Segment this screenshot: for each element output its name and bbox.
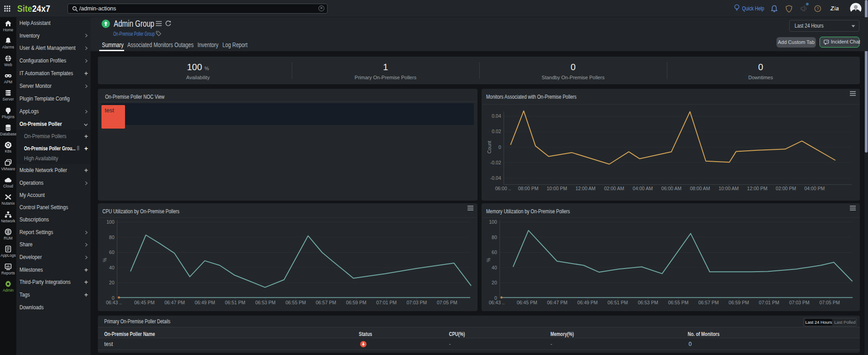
svg-text:06:49 PM: 06:49 PM <box>195 300 215 305</box>
svg-text:07:05 PM: 07:05 PM <box>820 300 840 305</box>
svg-text:06:53 PM: 06:53 PM <box>255 300 275 305</box>
svg-text:12:00 PM: 12:00 PM <box>747 186 767 191</box>
svg-text:?: ? <box>816 6 819 11</box>
svg-text:-0.02: -0.02 <box>490 160 501 165</box>
svg-text:04:00 AM: 04:00 AM <box>633 186 653 191</box>
svg-text:Count: Count <box>487 141 492 154</box>
svg-text:100: 100 <box>489 219 497 225</box>
svg-text:06:47 PM: 06:47 PM <box>164 300 185 305</box>
svg-text:07:05 PM: 07:05 PM <box>437 300 457 305</box>
svg-text:10:00 AM: 10:00 AM <box>719 186 738 191</box>
svg-text:20: 20 <box>492 280 497 285</box>
svg-text:06:51 PM: 06:51 PM <box>608 300 628 305</box>
svg-text:100: 100 <box>106 219 115 225</box>
svg-text:07:01 PM: 07:01 PM <box>759 300 779 305</box>
svg-text:06:59 PM: 06:59 PM <box>346 300 366 305</box>
svg-text:10:00 PM: 10:00 PM <box>547 186 567 191</box>
svg-text:02:00 PM: 02:00 PM <box>776 186 796 191</box>
svg-text:%: % <box>102 258 107 262</box>
svg-text:06:59 PM: 06:59 PM <box>728 300 749 305</box>
svg-text:06:49 PM: 06:49 PM <box>577 300 598 305</box>
svg-text:08:00 AM: 08:00 AM <box>690 186 710 191</box>
svg-text:06:57 PM: 06:57 PM <box>699 300 719 305</box>
svg-text:06:00 AM: 06:00 AM <box>661 186 681 191</box>
svg-text:40: 40 <box>492 265 497 270</box>
svg-text:06:43 ..: 06:43 .. <box>106 300 122 305</box>
svg-text:12:00 AM: 12:00 AM <box>575 186 595 191</box>
svg-text:06:45 PM: 06:45 PM <box>134 300 154 305</box>
svg-text:07:03 PM: 07:03 PM <box>406 300 427 305</box>
svg-text:%: % <box>486 258 491 262</box>
svg-text:0: 0 <box>498 144 501 150</box>
svg-text:08:00 PM: 08:00 PM <box>518 186 539 191</box>
svg-text:80: 80 <box>109 235 115 240</box>
svg-text:0.04: 0.04 <box>492 113 502 119</box>
svg-text:07:01 PM: 07:01 PM <box>376 300 397 305</box>
svg-text:06:00 ..: 06:00 .. <box>495 186 511 191</box>
svg-text:20: 20 <box>109 280 115 285</box>
svg-text:06:51 PM: 06:51 PM <box>225 300 246 305</box>
svg-text:06:53 PM: 06:53 PM <box>638 300 658 305</box>
svg-text:0.02: 0.02 <box>492 129 502 134</box>
svg-text:07:03 PM: 07:03 PM <box>789 300 810 305</box>
svg-text:06:47 PM: 06:47 PM <box>547 300 568 305</box>
svg-text:-0.04: -0.04 <box>490 175 501 181</box>
svg-text:60: 60 <box>492 249 497 255</box>
svg-text:04:00 PM: 04:00 PM <box>805 186 825 191</box>
svg-text:40: 40 <box>109 265 115 270</box>
svg-text:06:43 ..: 06:43 .. <box>489 300 505 305</box>
svg-text:06:55 PM: 06:55 PM <box>668 300 689 305</box>
svg-text:60: 60 <box>109 249 115 255</box>
svg-text:80: 80 <box>492 235 497 240</box>
svg-text:06:45 PM: 06:45 PM <box>517 300 537 305</box>
svg-text:06:55 PM: 06:55 PM <box>285 300 306 305</box>
svg-text:02:00 AM: 02:00 AM <box>604 186 624 191</box>
svg-text:06:57 PM: 06:57 PM <box>316 300 336 305</box>
